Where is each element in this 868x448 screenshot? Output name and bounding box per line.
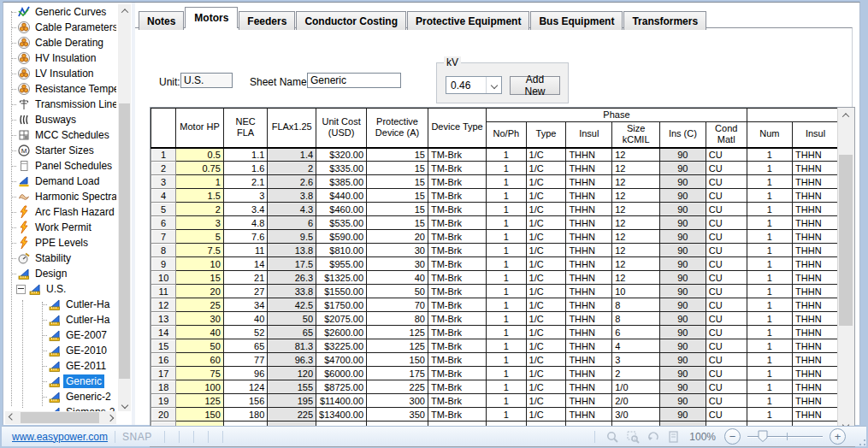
cell[interactable]: $1750.00 xyxy=(316,298,367,312)
cell[interactable]: 300 xyxy=(367,394,428,408)
cell[interactable]: 1 xyxy=(747,203,792,216)
cell[interactable]: 1 xyxy=(487,244,526,257)
cell[interactable]: 90 xyxy=(660,257,706,271)
cell[interactable]: TM-Brk xyxy=(428,257,486,271)
cell[interactable]: 70 xyxy=(367,298,428,312)
row-header[interactable]: 2 xyxy=(151,162,176,175)
cell[interactable]: 2.1 xyxy=(223,175,267,189)
row-header[interactable]: 17 xyxy=(151,367,176,380)
cell[interactable]: TM-Brk xyxy=(428,408,486,421)
row-header[interactable]: 13 xyxy=(151,312,176,326)
cell[interactable]: 90 xyxy=(660,271,706,285)
cell[interactable]: 12 xyxy=(612,230,660,244)
cell[interactable]: 3 xyxy=(223,189,267,203)
cell[interactable]: 12 xyxy=(612,216,660,230)
sidebar-item-u-s[interactable]: U.S. xyxy=(3,281,116,297)
cell[interactable]: THHN xyxy=(793,339,839,353)
tab-feeders[interactable]: Feeders xyxy=(239,11,295,30)
cell[interactable]: THHN xyxy=(793,189,839,203)
sidebar-item-ge-2011[interactable]: GE-2011 xyxy=(3,358,116,374)
cell[interactable]: 1/C xyxy=(526,148,566,162)
cell[interactable]: 1 xyxy=(487,285,526,298)
cell[interactable]: 1 xyxy=(487,189,526,203)
cell[interactable]: 60 xyxy=(176,353,224,367)
zoom-in-button[interactable]: + xyxy=(830,428,846,445)
row-header[interactable]: 11 xyxy=(151,285,176,298)
cell[interactable]: 100 xyxy=(176,380,224,394)
row-header[interactable]: 9 xyxy=(151,257,176,271)
cell[interactable]: 3.4 xyxy=(223,203,267,216)
cell[interactable]: 1 xyxy=(487,312,526,326)
cell[interactable]: 155 xyxy=(268,380,316,394)
cell[interactable]: CU xyxy=(706,394,747,408)
cell[interactable]: 1 xyxy=(747,244,792,257)
cell[interactable]: 1 xyxy=(487,175,526,189)
sidebar-item-cutler-ha[interactable]: Cutler-Ha xyxy=(3,297,116,312)
cell[interactable]: 1 xyxy=(487,257,526,271)
cell[interactable]: THHN xyxy=(793,244,839,257)
cell[interactable]: 1/C xyxy=(526,339,566,353)
cell[interactable]: TM-Brk xyxy=(428,326,486,339)
cell[interactable]: 5 xyxy=(176,230,224,244)
row-header[interactable]: 8 xyxy=(151,244,176,257)
cell[interactable]: 20 xyxy=(367,230,428,244)
cell[interactable]: 1 xyxy=(487,203,526,216)
cell[interactable]: 96 xyxy=(223,367,267,380)
cell[interactable]: 90 xyxy=(660,244,706,257)
row-header[interactable]: 14 xyxy=(151,326,176,339)
cell[interactable]: 1/C xyxy=(526,189,566,203)
cell[interactable]: 33.8 xyxy=(268,285,316,298)
cell[interactable]: $810.00 xyxy=(316,244,367,257)
cell[interactable]: THHN xyxy=(566,148,612,162)
cell[interactable]: 195 xyxy=(268,394,316,408)
sidebar-item-ge-2010[interactable]: GE-2010 xyxy=(3,343,116,358)
cell[interactable]: 1 xyxy=(487,216,526,230)
cell[interactable]: 14 xyxy=(223,257,267,271)
resize-grip[interactable] xyxy=(854,434,866,446)
cell[interactable]: 15 xyxy=(176,271,224,285)
cell[interactable]: THHN xyxy=(566,339,612,353)
sidebar-item-harmonic-spectra[interactable]: Harmonic Spectra xyxy=(3,189,116,204)
cell[interactable]: 90 xyxy=(660,203,706,216)
zoom-slider[interactable] xyxy=(747,429,823,444)
scroll-left-button[interactable] xyxy=(5,411,18,424)
cell[interactable]: THHN xyxy=(566,230,612,244)
cell[interactable]: TM-Brk xyxy=(428,203,486,216)
cell[interactable]: 40 xyxy=(367,271,428,285)
cell[interactable]: 1 xyxy=(747,175,792,189)
cell[interactable]: CU xyxy=(706,203,747,216)
cell[interactable]: 1 xyxy=(487,162,526,175)
cell[interactable]: 90 xyxy=(660,175,706,189)
tab-transformers[interactable]: Transformers xyxy=(623,11,706,30)
tab-bus-equipment[interactable]: Bus Equipment xyxy=(530,11,623,30)
zoom-previous-icon[interactable] xyxy=(645,429,662,444)
cell[interactable]: 15 xyxy=(367,203,428,216)
cell[interactable]: 25 xyxy=(176,298,224,312)
cell[interactable]: 26.3 xyxy=(268,271,316,285)
cell[interactable]: 10 xyxy=(612,285,660,298)
cell[interactable]: 1 xyxy=(747,394,792,408)
cell[interactable]: 12 xyxy=(612,162,660,175)
cell[interactable]: 1 xyxy=(487,298,526,312)
sidebar-item-generic[interactable]: Generic xyxy=(3,374,116,389)
cell[interactable]: 1 xyxy=(487,380,526,394)
scroll-down-button[interactable] xyxy=(118,398,131,411)
cell[interactable]: 1/C xyxy=(526,244,566,257)
cell[interactable]: 150 xyxy=(367,353,428,367)
cell[interactable]: CU xyxy=(706,326,747,339)
cell[interactable]: 15 xyxy=(367,216,428,230)
cell[interactable]: 90 xyxy=(660,189,706,203)
cell[interactable]: 1/C xyxy=(526,285,566,298)
cell[interactable]: 1.1 xyxy=(223,148,267,162)
cell[interactable]: TM-Brk xyxy=(428,339,486,353)
cell[interactable]: $2600.00 xyxy=(316,326,367,339)
cell[interactable]: CU xyxy=(706,148,747,162)
cell[interactable]: 124 xyxy=(223,380,267,394)
cell[interactable]: 1/C xyxy=(526,216,566,230)
cell[interactable]: 1/C xyxy=(526,271,566,285)
cell[interactable]: 30 xyxy=(176,312,224,326)
zoom-out-button[interactable]: − xyxy=(724,428,741,445)
cell[interactable]: $590.00 xyxy=(316,230,367,244)
cell[interactable]: THHN xyxy=(566,380,612,394)
cell[interactable]: THHN xyxy=(566,244,612,257)
